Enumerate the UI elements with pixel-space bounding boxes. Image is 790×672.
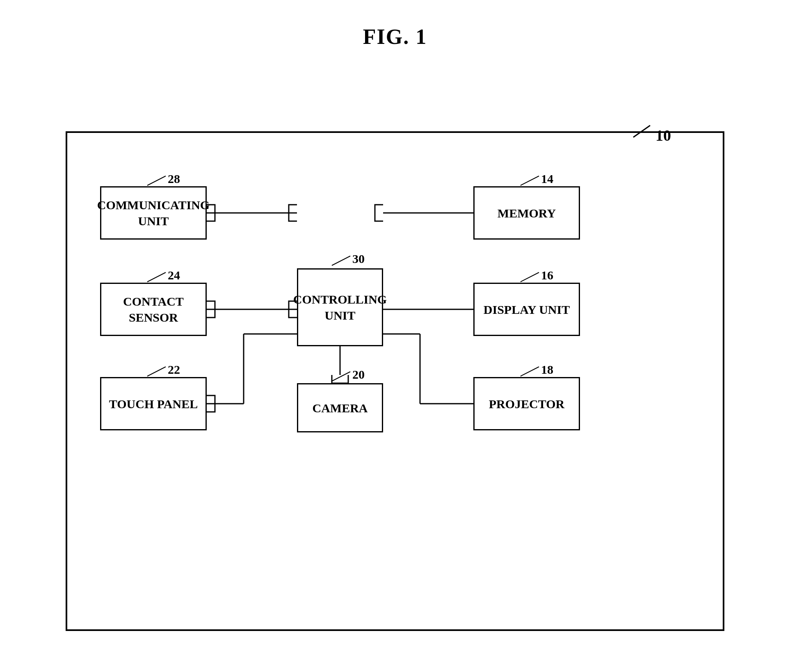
projector-block: PROJECTOR	[473, 377, 580, 430]
svg-line-13	[147, 367, 166, 376]
svg-line-11	[147, 176, 166, 185]
touch-panel-block: TOUCH PANEL	[100, 377, 207, 430]
communicating-unit-block: COMMUNICATING UNIT	[100, 186, 207, 240]
ref-16: 16	[518, 268, 553, 283]
ref-28: 28	[145, 172, 180, 186]
ref-20: 20	[330, 368, 365, 382]
svg-line-14	[332, 256, 350, 265]
svg-line-12	[147, 272, 166, 282]
svg-line-17	[521, 272, 539, 282]
display-unit-block: DISPLAY UNIT	[473, 283, 580, 336]
contact-sensor-block: CONTACT SENSOR	[100, 283, 207, 336]
ref-22: 22	[145, 363, 180, 377]
memory-block: MEMORY	[473, 186, 580, 240]
diagram-container: COMMUNICATING UNIT 28 CONTACT SENSOR 24 …	[66, 131, 724, 631]
controlling-unit-block: CONTROLLING UNIT	[297, 268, 383, 346]
svg-line-15	[332, 372, 350, 381]
svg-line-18	[521, 367, 539, 376]
ref-30: 30	[330, 252, 365, 266]
svg-line-16	[521, 176, 539, 185]
ref-24: 24	[145, 268, 180, 283]
camera-block: CAMERA	[297, 383, 383, 432]
ref-14: 14	[518, 172, 553, 186]
page-title: FIG. 1	[0, 0, 790, 49]
ref-18: 18	[518, 363, 553, 377]
